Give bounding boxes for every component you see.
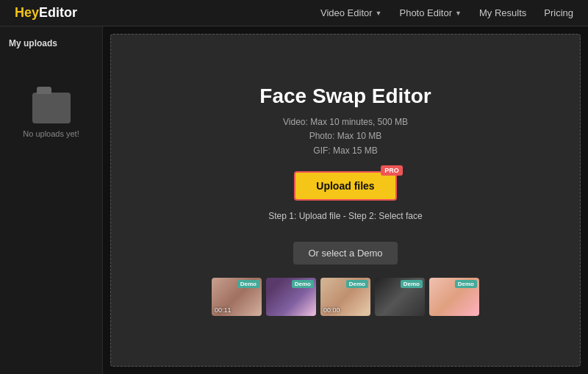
nav-pricing[interactable]: Pricing (544, 7, 573, 18)
demo-thumbnail-4[interactable]: Demo (375, 278, 425, 316)
subtitle-line1: Video: Max 10 minutes, 500 MB (283, 115, 408, 129)
steps-text: Step 1: Upload file - Step 2: Select fac… (268, 211, 422, 221)
nav-my-results-label: My Results (479, 7, 526, 18)
demo-thumbnail-2[interactable]: Demo (266, 278, 316, 316)
demo-badge-3: Demo (346, 280, 368, 288)
editor-subtitle: Video: Max 10 minutes, 500 MB Photo: Max… (283, 115, 408, 158)
demo-badge-1: Demo (237, 280, 259, 288)
folder-icon (32, 93, 71, 123)
select-demo-button[interactable]: Or select a Demo (293, 242, 397, 265)
thumb-time-1: 00:11 (215, 306, 232, 314)
logo[interactable]: HeyEditor (15, 5, 77, 21)
nav-photo-editor-label: Photo Editor (399, 7, 452, 18)
upload-placeholder: No uploads yet! (9, 93, 93, 138)
demo-badge-4: Demo (401, 280, 423, 288)
sidebar: My uploads No uploads yet! (0, 26, 103, 374)
demo-thumbnail-3[interactable]: Demo 00:00 (320, 278, 370, 316)
chevron-down-icon: ▼ (376, 10, 382, 17)
demo-badge-5: Demo (455, 280, 477, 288)
thumb-time-3: 00:00 (323, 306, 340, 314)
pro-badge: PRO (381, 165, 403, 176)
nav-photo-editor[interactable]: Photo Editor ▼ (399, 7, 461, 18)
editor-title: Face Swap Editor (259, 84, 431, 108)
main-content: Face Swap Editor Video: Max 10 minutes, … (110, 34, 581, 367)
logo-editor: Editor (39, 5, 77, 20)
no-uploads-text: No uploads yet! (23, 129, 79, 138)
nav-links: Video Editor ▼ Photo Editor ▼ My Results… (320, 7, 573, 18)
nav-video-editor[interactable]: Video Editor ▼ (320, 7, 382, 18)
demo-thumbnail-5[interactable]: Demo (429, 278, 479, 316)
nav-pricing-label: Pricing (544, 7, 573, 18)
logo-hey: Hey (15, 5, 39, 20)
subtitle-line3: GIF: Max 15 MB (283, 144, 408, 158)
upload-btn-wrapper: Upload files PRO (294, 171, 396, 201)
demo-thumbnail-1[interactable]: Demo 00:11 (212, 278, 262, 316)
steps-label: Step 1: Upload file - Step 2: Select fac… (268, 211, 422, 221)
demo-thumbnails: Demo 00:11 Demo Demo 00:00 Demo Demo (212, 278, 479, 316)
chevron-down-icon: ▼ (455, 10, 462, 17)
nav-my-results[interactable]: My Results (479, 7, 526, 18)
upload-files-button[interactable]: Upload files (294, 171, 396, 201)
navbar: HeyEditor Video Editor ▼ Photo Editor ▼ … (0, 0, 588, 26)
layout: My uploads No uploads yet! Face Swap Edi… (0, 26, 588, 374)
subtitle-line2: Photo: Max 10 MB (283, 129, 408, 143)
demo-badge-2: Demo (292, 280, 314, 288)
sidebar-title: My uploads (9, 38, 93, 48)
nav-video-editor-label: Video Editor (320, 7, 373, 18)
